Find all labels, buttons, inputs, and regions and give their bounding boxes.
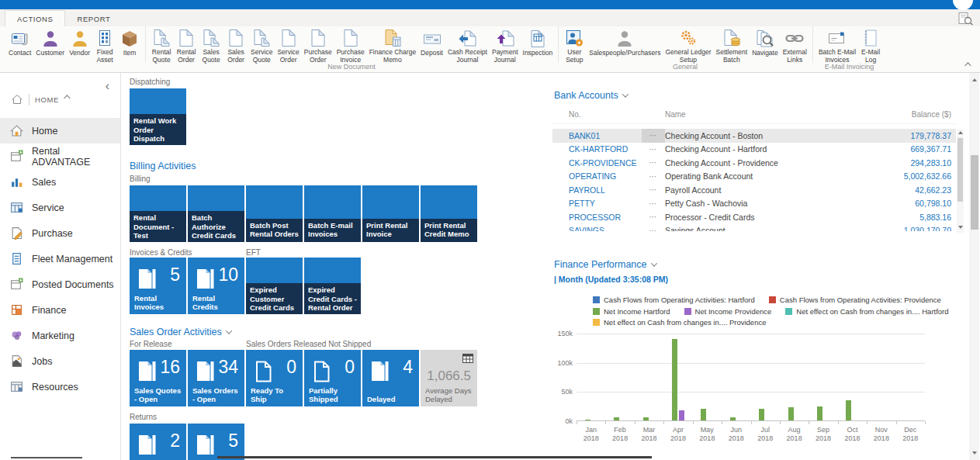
salespeople-purchasers-button[interactable]: Salespeople/Purchasers bbox=[587, 26, 663, 63]
contact-button[interactable]: Contact bbox=[6, 26, 33, 63]
sidebar-item-fleet-management[interactable]: Fleet Management bbox=[0, 246, 120, 272]
table-row-savings[interactable]: SAVINGS⋯Savings Account1,030,170.70 bbox=[552, 224, 956, 232]
bank-balance-link[interactable]: 5,883.16 bbox=[871, 213, 956, 222]
deposit-button[interactable]: Deposit bbox=[418, 26, 445, 63]
sidebar-item-home[interactable]: Home bbox=[0, 118, 120, 144]
cash-receipt-journal-button[interactable]: Cash Receipt Journal bbox=[445, 26, 490, 63]
table-scrollbar[interactable] bbox=[957, 129, 964, 233]
payment-journal-button[interactable]: Payment Journal bbox=[490, 26, 521, 63]
sales-quote-button[interactable]: Sales Quote bbox=[199, 26, 223, 63]
finance-charge-memo-button[interactable]: Finance Charge Memo bbox=[367, 26, 418, 63]
bank-balance-link[interactable]: 294,283.10 bbox=[871, 158, 956, 168]
tile-batch-post-rental-orders[interactable]: Batch Post Rental Orders bbox=[246, 185, 303, 242]
bank-balance-link[interactable]: 5,002,632.66 bbox=[871, 171, 956, 181]
user-avatar[interactable] bbox=[953, 0, 973, 10]
tile-sales-quotes-open[interactable]: 16Sales Quotes - Open bbox=[130, 350, 186, 406]
bank-balance-link[interactable]: 1,030,170.70 bbox=[871, 226, 956, 231]
scroll-up-icon[interactable] bbox=[958, 131, 963, 134]
table-row-processor[interactable]: PROCESSOR⋯Processor - Credit Cards5,883.… bbox=[552, 210, 956, 224]
bank-balance-link[interactable]: 42,662.23 bbox=[871, 185, 956, 195]
tab-report[interactable]: REPORT bbox=[65, 11, 122, 26]
e-mail-log-button[interactable]: E-Mail Log bbox=[858, 26, 883, 63]
service-order-button[interactable]: Service Order bbox=[275, 26, 301, 63]
fixed-asset-button[interactable]: Fixed Asset bbox=[92, 26, 117, 63]
scroll-down-icon[interactable] bbox=[972, 451, 977, 455]
tile-ready-to-ship[interactable]: 0Ready To Ship bbox=[246, 350, 303, 406]
general-ledger-setup-button[interactable]: General Ledger Setup bbox=[663, 26, 713, 63]
tile-partially-shipped[interactable]: 0Partially Shipped bbox=[304, 350, 361, 406]
sidebar-item-finance[interactable]: Finance bbox=[0, 297, 120, 323]
row-ellipsis-button[interactable]: ⋯ bbox=[642, 227, 665, 231]
tile-expired-credit-cards-rental-order[interactable]: Expired Credit Cards - Rental Order bbox=[304, 258, 361, 314]
tile-delayed[interactable]: 4Delayed bbox=[362, 350, 419, 406]
external-links-button[interactable]: External Links bbox=[781, 26, 809, 63]
bank-no-link[interactable]: CK-HARTFORD bbox=[552, 144, 642, 154]
bank-no-link[interactable]: PETTY bbox=[552, 199, 642, 208]
tile-rental-invoices[interactable]: 5Rental Invoices bbox=[130, 258, 186, 314]
collapse-sidebar-icon[interactable]: ‹ bbox=[106, 79, 109, 93]
column-balance[interactable]: Balance ($) bbox=[871, 110, 956, 119]
tile-sales-orders-open[interactable]: 34Sales Orders - Open bbox=[188, 350, 244, 406]
table-row-ck-providence[interactable]: CK-PROVIDENCE⋯Checking Account - Provide… bbox=[552, 156, 956, 170]
scroll-up-icon[interactable] bbox=[972, 78, 977, 81]
table-row-operating[interactable]: OPERATING⋯Operating Bank Account5,002,63… bbox=[552, 170, 956, 184]
chevron-down-icon[interactable] bbox=[226, 327, 232, 334]
tile-rental-credits[interactable]: 10Rental Credits bbox=[188, 258, 244, 314]
row-ellipsis-button[interactable]: ⋯ bbox=[642, 172, 665, 181]
table-scrollbar-thumb[interactable] bbox=[957, 138, 963, 202]
bank-no-link[interactable]: PAYROLL bbox=[552, 185, 642, 195]
navigate-button[interactable]: Navigate bbox=[750, 26, 781, 63]
column-no[interactable]: No. bbox=[552, 110, 665, 119]
scroll-down-icon[interactable] bbox=[958, 226, 963, 229]
tile-count[interactable]: 2 bbox=[130, 424, 186, 460]
tile-batch-e-mail-invoices[interactable]: Batch E-mail Invoices bbox=[304, 185, 361, 242]
tile-rental-work-order-dispatch[interactable]: Rental Work Order Dispatch bbox=[130, 88, 186, 145]
tile-print-rental-invoice[interactable]: Print Rental Invoice bbox=[362, 185, 419, 242]
row-ellipsis-button[interactable]: ⋯ bbox=[642, 213, 665, 221]
find-page-icon[interactable] bbox=[958, 12, 974, 26]
sidebar-item-jobs[interactable]: Jobs bbox=[0, 348, 120, 374]
bank-no-link[interactable]: SAVINGS bbox=[552, 226, 642, 231]
sidebar-item-purchase[interactable]: Purchase bbox=[0, 220, 120, 246]
chevron-down-icon[interactable] bbox=[622, 91, 628, 97]
row-ellipsis-button[interactable]: ⋯ bbox=[642, 199, 665, 208]
bank-no-link[interactable]: OPERATING bbox=[552, 171, 642, 181]
rental-order-button[interactable]: Rental Order bbox=[174, 26, 199, 63]
breadcrumb[interactable]: HOME bbox=[11, 93, 120, 105]
row-ellipsis-button[interactable]: ⋯ bbox=[642, 145, 665, 154]
batch-e-mail-invoices-button[interactable]: Batch E-Mail Invoices bbox=[816, 26, 858, 63]
settlement-batch-button[interactable]: Settlement Batch bbox=[713, 26, 750, 63]
tile-average-days-delayed[interactable]: 1,066.5Average Days Delayed bbox=[421, 350, 477, 406]
bank-no-link[interactable]: PROCESSOR bbox=[552, 213, 642, 222]
purchase-order-button[interactable]: Purchase Order bbox=[302, 26, 334, 63]
page-scrollbar[interactable] bbox=[969, 73, 979, 460]
sidebar-item-service[interactable]: Service bbox=[0, 195, 120, 220]
bank-balance-link[interactable]: 60,798.10 bbox=[871, 199, 956, 208]
tile-expired-customer-credit-cards[interactable]: Expired Customer Credit Cards bbox=[246, 258, 303, 314]
sidebar-item-rental-advantage[interactable]: Rental ADVANTAGE bbox=[0, 144, 120, 169]
sidebar-item-sales[interactable]: Sales bbox=[0, 169, 120, 195]
bank-balance-link[interactable]: 669,367.71 bbox=[871, 144, 956, 154]
bank-no-link[interactable]: BANK01 bbox=[552, 131, 642, 140]
sales-order-button[interactable]: Sales Order bbox=[223, 26, 248, 63]
column-name[interactable]: Name bbox=[665, 110, 871, 119]
customer-button[interactable]: Customer bbox=[33, 26, 67, 63]
inspection-button[interactable]: Inspection bbox=[521, 26, 556, 63]
row-ellipsis-button[interactable]: ⋯ bbox=[642, 129, 665, 143]
sidebar-item-posted-documents[interactable]: Posted Documents bbox=[0, 272, 120, 297]
vendor-button[interactable]: Vendor bbox=[67, 26, 92, 63]
tile-batch-authorize-credit-cards[interactable]: Batch Authorize Credit Cards bbox=[188, 185, 244, 242]
table-row-ck-hartford[interactable]: CK-HARTFORD⋯Checking Account - Hartford6… bbox=[552, 143, 956, 157]
sidebar-item-resources[interactable]: Resources bbox=[0, 374, 120, 399]
row-ellipsis-button[interactable]: ⋯ bbox=[642, 185, 665, 194]
row-ellipsis-button[interactable]: ⋯ bbox=[642, 158, 665, 167]
rental-quote-button[interactable]: Rental Quote bbox=[149, 26, 174, 63]
table-row-petty[interactable]: PETTY⋯Petty Cash - Wachovia60,798.10 bbox=[552, 197, 956, 211]
service-quote-button[interactable]: Service Quote bbox=[248, 26, 275, 63]
horizontal-scrollbar-thumb[interactable] bbox=[217, 456, 652, 458]
table-row-payroll[interactable]: PAYROLL⋯Payroll Account42,662.23 bbox=[552, 183, 956, 197]
tile-count[interactable]: 5 bbox=[188, 424, 244, 460]
bank-balance-link[interactable]: 179,778.37 bbox=[871, 131, 956, 140]
page-scrollbar-thumb[interactable] bbox=[971, 155, 978, 230]
table-row-bank01[interactable]: BANK01⋯Checking Account - Boston179,778.… bbox=[552, 129, 956, 143]
